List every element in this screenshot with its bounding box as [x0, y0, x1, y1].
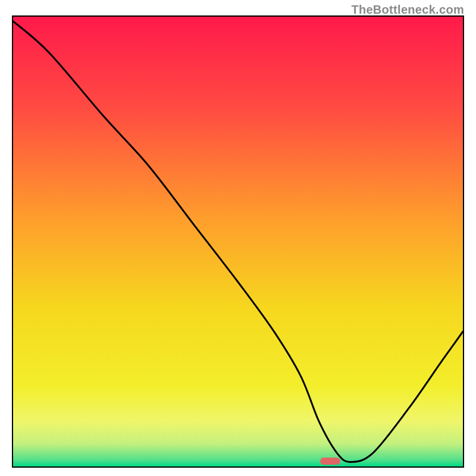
chart-svg — [13, 17, 463, 466]
chart-background — [13, 17, 463, 466]
bottleneck-marker — [320, 458, 340, 465]
watermark-text: TheBottleneck.com — [351, 3, 464, 17]
chart-frame — [12, 15, 464, 468]
